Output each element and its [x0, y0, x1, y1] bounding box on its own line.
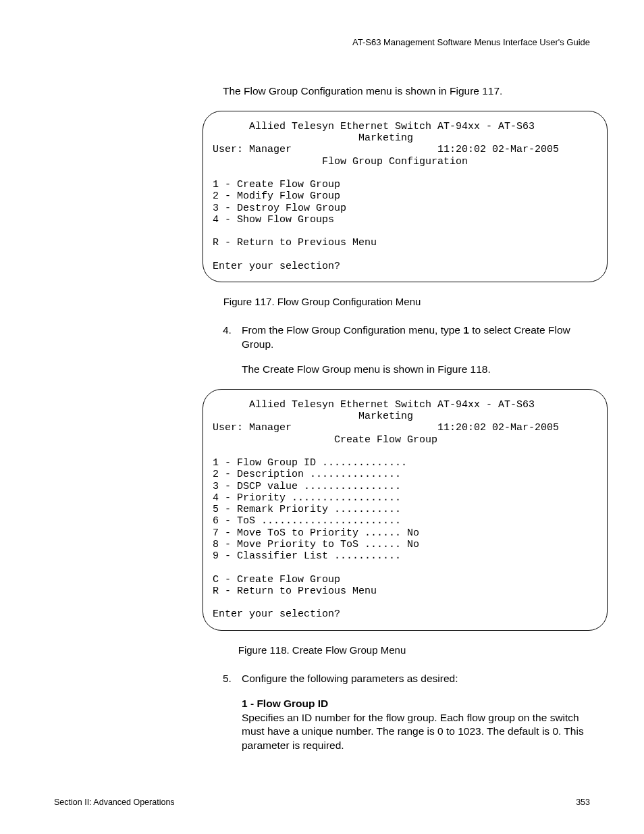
- figure-caption-117: Figure 117. Flow Group Configuration Men…: [54, 296, 590, 307]
- step-number: 5.: [223, 672, 242, 686]
- page: AT-S63 Management Software Menus Interfa…: [0, 0, 644, 834]
- menu-box-flow-group-config: Allied Telesyn Ethernet Switch AT-94xx -…: [203, 111, 608, 282]
- parameter-body: Specifies an ID number for the flow grou…: [242, 711, 590, 754]
- figure-caption-118: Figure 118. Create Flow Group Menu: [54, 644, 590, 656]
- step-4: 4. From the Flow Group Configuration men…: [223, 323, 590, 377]
- parameter-title: 1 - Flow Group ID: [242, 697, 590, 711]
- bold-key: 1: [463, 324, 469, 336]
- page-footer: Section II: Advanced Operations 353: [54, 798, 590, 807]
- text-fragment: From the Flow Group Configuration menu, …: [242, 324, 463, 336]
- running-head: AT-S63 Management Software Menus Interfa…: [54, 37, 590, 47]
- step-text: From the Flow Group Configuration menu, …: [242, 323, 590, 352]
- parameter-block: 1 - Flow Group ID Specifies an ID number…: [242, 697, 590, 754]
- step-number: 4.: [223, 323, 242, 352]
- footer-section: Section II: Advanced Operations: [54, 798, 175, 807]
- intro-paragraph-1: The Flow Group Configuration menu is sho…: [223, 84, 590, 99]
- menu-box-create-flow-group: Allied Telesyn Ethernet Switch AT-94xx -…: [203, 389, 608, 631]
- text-line: The Create Flow Group menu is shown in F…: [242, 363, 590, 377]
- footer-page-number: 353: [576, 798, 590, 807]
- step-text: Configure the following parameters as de…: [242, 672, 590, 686]
- text-line: The Flow Group Configuration menu is sho…: [223, 84, 590, 99]
- step-5: 5. Configure the following parameters as…: [223, 672, 590, 754]
